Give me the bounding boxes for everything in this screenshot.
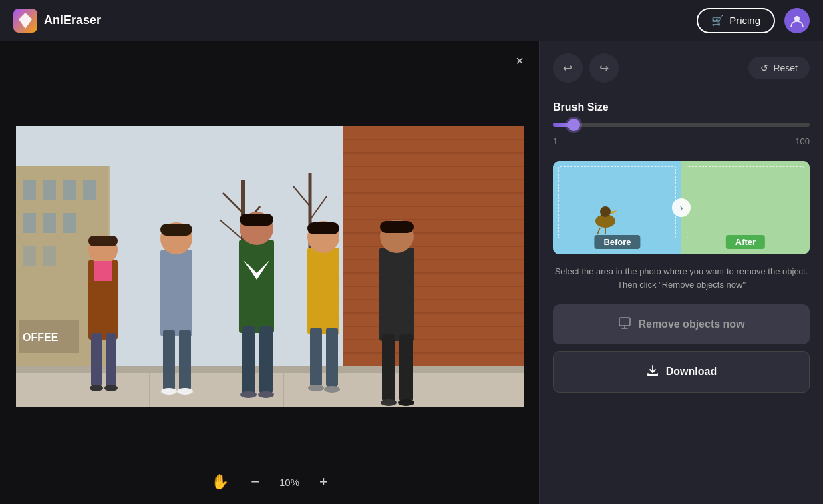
right-panel: ↩ ↪ ↺ Reset Brush Size 1 100 bbox=[539, 41, 823, 504]
svg-rect-56 bbox=[94, 261, 112, 281]
download-icon bbox=[646, 364, 659, 380]
svg-rect-68 bbox=[259, 326, 273, 393]
remove-icon bbox=[618, 316, 631, 332]
svg-rect-75 bbox=[326, 328, 338, 387]
slider-range: 1 100 bbox=[553, 136, 810, 146]
hand-tool-button[interactable]: ✋ bbox=[206, 471, 234, 493]
svg-point-70 bbox=[258, 391, 274, 398]
svg-rect-72 bbox=[307, 248, 339, 334]
photo-svg: OFFEE bbox=[16, 126, 524, 407]
reset-button[interactable]: ↺ Reset bbox=[748, 57, 810, 79]
svg-rect-55 bbox=[88, 236, 118, 246]
main-content: × OFFEE bbox=[0, 41, 823, 504]
pricing-button[interactable]: 🛒 Pricing bbox=[697, 8, 775, 33]
after-selection-box bbox=[687, 166, 804, 238]
remove-objects-label: Remove objects now bbox=[638, 318, 744, 330]
preview-after-half: After bbox=[681, 161, 810, 254]
svg-rect-7 bbox=[43, 180, 56, 200]
svg-point-53 bbox=[90, 385, 103, 391]
svg-point-61 bbox=[161, 388, 177, 395]
preview-arrow: › bbox=[672, 198, 691, 217]
svg-rect-6 bbox=[23, 180, 36, 200]
svg-rect-79 bbox=[379, 248, 414, 341]
canvas-toolbar: ✋ − 10% + bbox=[206, 471, 333, 493]
svg-rect-11 bbox=[43, 213, 56, 233]
plus-icon: + bbox=[319, 473, 328, 490]
svg-rect-71 bbox=[240, 214, 273, 226]
svg-rect-8 bbox=[63, 180, 76, 200]
svg-point-2 bbox=[794, 16, 800, 21]
reset-label: Reset bbox=[773, 63, 798, 73]
svg-rect-82 bbox=[399, 334, 413, 401]
reset-icon: ↺ bbox=[760, 63, 768, 73]
svg-point-84 bbox=[398, 399, 414, 406]
brush-size-slider[interactable] bbox=[553, 123, 810, 127]
slider-thumb[interactable] bbox=[568, 119, 580, 131]
svg-rect-13 bbox=[23, 246, 36, 266]
svg-text:OFFEE: OFFEE bbox=[23, 332, 59, 343]
svg-line-88 bbox=[597, 228, 600, 234]
before-label: Before bbox=[594, 235, 640, 249]
svg-rect-59 bbox=[163, 330, 175, 390]
download-button[interactable]: Download bbox=[553, 351, 810, 393]
close-button[interactable]: × bbox=[510, 51, 530, 71]
svg-point-77 bbox=[324, 386, 340, 393]
photo-canvas[interactable]: OFFEE bbox=[16, 126, 524, 407]
svg-point-62 bbox=[177, 388, 193, 395]
svg-point-87 bbox=[600, 206, 611, 217]
svg-rect-63 bbox=[160, 224, 192, 236]
pricing-label: Pricing bbox=[729, 15, 760, 26]
history-actions: ↩ ↪ ↺ Reset bbox=[553, 53, 810, 83]
svg-rect-81 bbox=[382, 334, 395, 401]
zoom-in-button[interactable]: + bbox=[314, 471, 333, 493]
svg-rect-90 bbox=[619, 318, 630, 326]
svg-rect-51 bbox=[91, 333, 102, 387]
svg-rect-10 bbox=[23, 213, 36, 233]
description-text: Select the area in the photo where you w… bbox=[553, 265, 810, 291]
svg-rect-52 bbox=[106, 333, 116, 387]
redo-icon: ↪ bbox=[599, 61, 609, 75]
minus-icon: − bbox=[251, 473, 259, 490]
svg-rect-9 bbox=[83, 180, 96, 200]
svg-rect-12 bbox=[63, 213, 76, 233]
svg-point-76 bbox=[308, 385, 324, 391]
svg-rect-60 bbox=[179, 330, 191, 390]
svg-rect-64 bbox=[239, 240, 274, 333]
app-name-label: AniEraser bbox=[44, 13, 101, 27]
download-label: Download bbox=[666, 366, 717, 378]
undo-icon: ↩ bbox=[563, 61, 572, 75]
svg-rect-14 bbox=[43, 246, 56, 266]
after-label: After bbox=[726, 235, 765, 249]
brand-area: AniEraser bbox=[13, 9, 101, 33]
slider-min: 1 bbox=[553, 136, 558, 146]
zoom-out-button[interactable]: − bbox=[245, 471, 265, 493]
zoom-level-label: 10% bbox=[275, 477, 303, 488]
svg-point-54 bbox=[104, 385, 118, 391]
user-avatar[interactable] bbox=[784, 8, 810, 33]
bird-before-icon bbox=[585, 196, 625, 236]
preview-before-half: Before bbox=[553, 161, 681, 254]
app-header: AniEraser 🛒 Pricing bbox=[0, 0, 823, 41]
svg-rect-17 bbox=[343, 126, 524, 407]
svg-rect-57 bbox=[160, 250, 192, 336]
arrow-icon: › bbox=[680, 202, 683, 213]
svg-rect-74 bbox=[310, 328, 322, 387]
svg-point-69 bbox=[240, 391, 257, 398]
svg-point-83 bbox=[381, 399, 397, 406]
brush-size-label: Brush Size bbox=[553, 101, 810, 113]
redo-button[interactable]: ↪ bbox=[589, 53, 619, 83]
svg-rect-67 bbox=[242, 326, 255, 393]
header-actions: 🛒 Pricing bbox=[697, 8, 810, 33]
before-after-preview: Before › After bbox=[553, 161, 810, 254]
slider-max: 100 bbox=[795, 136, 810, 146]
canvas-area[interactable]: × OFFEE bbox=[0, 41, 539, 504]
close-icon: × bbox=[516, 53, 524, 69]
undo-button[interactable]: ↩ bbox=[553, 53, 583, 83]
slider-track bbox=[553, 123, 810, 127]
hand-icon: ✋ bbox=[211, 473, 229, 490]
remove-objects-button[interactable]: Remove objects now bbox=[553, 304, 810, 344]
svg-rect-78 bbox=[307, 222, 339, 234]
app-logo bbox=[13, 9, 37, 33]
cart-icon: 🛒 bbox=[711, 15, 724, 27]
svg-rect-85 bbox=[380, 221, 414, 233]
